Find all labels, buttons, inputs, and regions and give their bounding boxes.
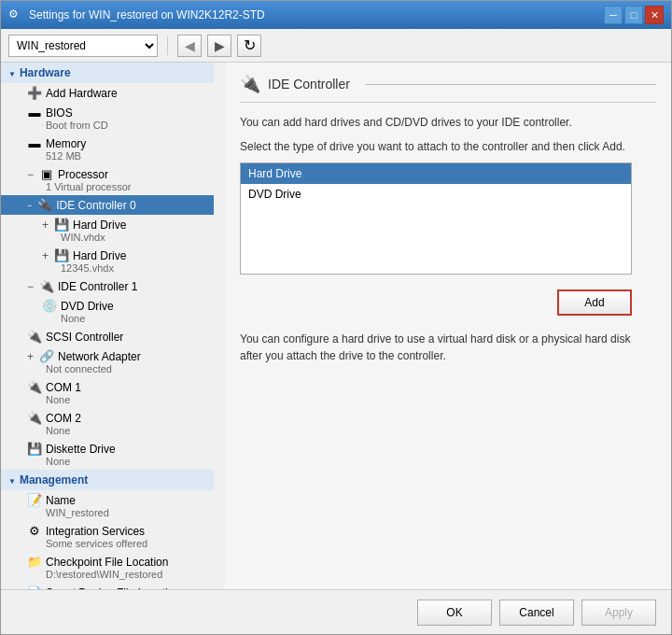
network-label: Network Adapter [58,350,141,363]
network-expand-icon [27,350,34,363]
diskette-subtitle: None [27,456,206,467]
processor-subtitle: 1 Virtual processor [27,181,206,192]
diskette-icon: 💾 [27,442,42,456]
paging-icon: 📄 [27,586,42,589]
paging-label: Smart Paging File Location [46,586,180,590]
dvd-icon: 💿 [42,299,57,313]
sidebar-item-diskette[interactable]: 💾 Diskette Drive None [1,439,214,470]
cancel-button[interactable]: Cancel [499,600,574,626]
sidebar-item-integration[interactable]: ⚙ Integration Services Some services off… [1,521,214,552]
processor-expand-icon [27,168,34,181]
title-bar-left: ⚙ Settings for WIN_restored on WIN2K12R2… [8,7,265,22]
apply-button[interactable]: Apply [581,600,656,626]
com1-label: COM 1 [46,381,81,394]
integration-icon: ⚙ [27,524,42,538]
maximize-button[interactable]: □ [624,6,643,24]
memory-subtitle: 512 MB [27,150,206,162]
description-text-2: Select the type of drive you want to att… [240,138,656,155]
panel-title-rule [365,84,656,85]
network-icon: 🔗 [39,349,54,363]
sidebar-item-paging[interactable]: 📄 Smart Paging File Location D:\restored… [1,583,214,589]
content-area: 🔌 IDE Controller You can add hard drives… [225,63,671,589]
add-hardware-icon: ➕ [27,86,42,100]
checkpoint-subtitle: D:\restored\WIN_restored [27,569,206,580]
hardware-section-header[interactable]: Hardware [1,63,214,83]
sidebar: Hardware ➕ Add Hardware ▬ BIOS Boot from… [1,63,214,589]
vm-selector[interactable]: WIN_restored [8,35,158,57]
window-title: Settings for WIN_restored on WIN2K12R2-S… [29,8,265,21]
sidebar-item-ide1[interactable]: 🔌 IDE Controller 1 [1,276,214,296]
checkpoint-icon: 📁 [27,555,42,569]
sidebar-item-name[interactable]: 📝 Name WIN_restored [1,490,214,521]
ide1-label: IDE Controller 1 [58,280,137,293]
checkpoint-label: Checkpoint File Location [46,556,168,569]
add-button-row: Add [240,289,632,316]
drive-type-listbox[interactable]: Hard Drive DVD Drive [240,162,632,275]
info-text: You can configure a hard drive to use a … [240,331,632,364]
add-hardware-label: Add Hardware [46,87,118,100]
footer: OK Cancel Apply [1,589,671,634]
description-text-1: You can add hard drives and CD/DVD drive… [240,114,656,131]
sidebar-item-com2[interactable]: 🔌 COM 2 None [1,408,214,439]
dvd-subtitle: None [42,313,206,324]
management-chevron-icon [8,475,16,486]
sidebar-item-hdd2[interactable]: 💾 Hard Drive 12345.vhdx [1,246,214,276]
bios-label: BIOS [46,106,73,120]
listbox-item-hard-drive[interactable]: Hard Drive [241,163,631,184]
panel-header: 🔌 IDE Controller [240,74,656,103]
integration-label: Integration Services [46,525,145,538]
sidebar-item-checkpoint[interactable]: 📁 Checkpoint File Location D:\restored\W… [1,552,214,583]
add-button[interactable]: Add [557,289,632,316]
sidebar-item-hdd1[interactable]: 💾 Hard Drive WIN.vhdx [1,215,214,246]
processor-icon: ▣ [39,167,54,181]
hardware-chevron-icon [8,68,16,78]
hardware-section-label: Hardware [20,66,71,79]
sidebar-item-com1[interactable]: 🔌 COM 1 None [1,377,214,408]
sidebar-item-scsi[interactable]: 🔌 SCSI Controller [1,327,214,346]
ide1-expand-icon [27,280,34,293]
memory-label: Memory [46,137,86,150]
sidebar-item-processor[interactable]: ▣ Processor 1 Virtual processor [1,164,214,195]
management-section-header[interactable]: Management [1,470,214,490]
hdd1-subtitle: WIN.vhdx [42,232,206,243]
title-bar: ⚙ Settings for WIN_restored on WIN2K12R2… [1,1,671,29]
window-icon: ⚙ [8,7,23,22]
diskette-label: Diskette Drive [46,443,116,456]
sidebar-item-memory[interactable]: ▬ Memory 512 MB [1,134,214,164]
sidebar-container: Hardware ➕ Add Hardware ▬ BIOS Boot from… [1,63,225,589]
ok-button[interactable]: OK [417,600,492,626]
com1-icon: 🔌 [27,380,42,394]
hdd2-subtitle: 12345.vhdx [42,262,206,274]
processor-label: Processor [58,168,108,181]
toolbar-separator [167,36,168,55]
back-button[interactable]: ◀ [177,35,202,57]
sidebar-item-ide0[interactable]: − 🔌 IDE Controller 0 [1,195,214,215]
main-area: Hardware ➕ Add Hardware ▬ BIOS Boot from… [1,63,671,589]
bios-icon: ▬ [27,106,42,120]
scsi-icon: 🔌 [27,330,42,344]
forward-button[interactable]: ▶ [207,35,231,57]
ide0-expand-icon: − [27,201,32,210]
sidebar-item-network[interactable]: 🔗 Network Adapter Not connected [1,346,214,377]
com2-icon: 🔌 [27,411,42,425]
ide0-icon: 🔌 [37,198,52,212]
ide0-label: IDE Controller 0 [56,199,135,212]
listbox-item-dvd-drive[interactable]: DVD Drive [241,184,631,205]
memory-icon: ▬ [27,136,42,150]
panel-title: IDE Controller [268,77,350,92]
close-button[interactable]: ✕ [645,6,664,24]
hdd2-label: Hard Drive [73,249,126,262]
sidebar-item-bios[interactable]: ▬ BIOS Boot from CD [1,103,214,134]
sidebar-item-dvd[interactable]: 💿 DVD Drive None [1,296,214,327]
title-bar-buttons: ─ □ ✕ [604,6,664,24]
dvd-label: DVD Drive [61,300,114,313]
integration-subtitle: Some services offered [27,538,206,549]
refresh-button[interactable]: ↻ [237,35,261,57]
panel-icon: 🔌 [240,74,260,94]
hdd2-expand-icon [42,249,49,262]
com1-subtitle: None [27,394,206,405]
name-label: Name [46,494,76,507]
name-subtitle: WIN_restored [27,507,206,518]
sidebar-item-add-hardware[interactable]: ➕ Add Hardware [1,83,214,103]
minimize-button[interactable]: ─ [604,6,623,24]
